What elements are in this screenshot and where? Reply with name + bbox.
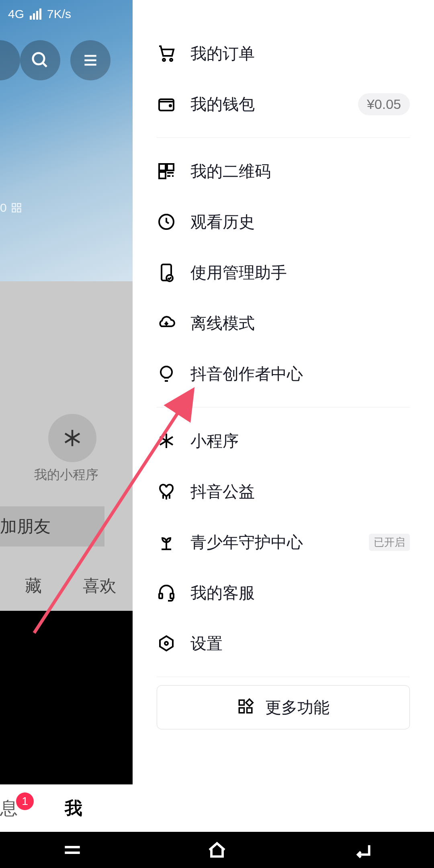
home-button[interactable] (177, 839, 257, 861)
wallet-icon (157, 94, 176, 114)
svg-rect-17 (167, 164, 174, 170)
cloud-download-icon (157, 313, 176, 333)
menu-label: 我的钱包 (190, 93, 358, 115)
more-features-button[interactable]: 更多功能 (157, 685, 410, 729)
svg-rect-33 (170, 594, 174, 598)
side-drawer: 我的订单 我的钱包 ¥0.05 我的二维码 观看历史 使用管理 (133, 0, 434, 832)
menu-usage-assistant[interactable]: 使用管理助手 (157, 247, 410, 298)
svg-rect-37 (247, 708, 252, 713)
qrcode-icon (157, 162, 176, 181)
svg-rect-32 (159, 594, 162, 598)
menu-section-1: 我的订单 我的钱包 ¥0.05 (157, 28, 410, 138)
svg-rect-16 (159, 164, 166, 170)
menu-support[interactable]: 我的客服 (157, 567, 410, 618)
menu-label: 抖音公益 (190, 481, 410, 503)
recent-apps-button[interactable] (32, 839, 113, 861)
heart-rain-icon (157, 482, 176, 501)
system-nav-bar (0, 832, 434, 868)
menu-section-2: 我的二维码 观看历史 使用管理助手 离线模式 抖音创作者中心 (157, 146, 410, 407)
menu-charity[interactable]: 抖音公益 (157, 466, 410, 517)
svg-rect-8 (17, 209, 20, 212)
sprout-icon (157, 532, 176, 552)
svg-rect-7 (12, 209, 15, 212)
status-bar: 4G 7K/s (0, 0, 434, 28)
phone-check-icon (157, 263, 176, 282)
svg-rect-39 (246, 699, 253, 706)
grid-icon (237, 698, 254, 717)
menu-orders[interactable]: 我的订单 (157, 28, 410, 79)
tab-me[interactable]: 我 (40, 796, 106, 820)
menu-label: 小程序 (190, 430, 410, 452)
svg-rect-36 (239, 700, 244, 705)
menu-label: 我的二维码 (190, 160, 410, 182)
spark-icon (157, 431, 176, 450)
bulb-icon (157, 364, 176, 383)
menu-miniprogram[interactable]: 小程序 (157, 416, 410, 466)
profile-tabs: 藏 喜欢 (0, 575, 133, 597)
youth-enabled-tag: 已开启 (369, 534, 410, 551)
mini-program-label: 我的小程序 (34, 466, 98, 484)
svg-point-25 (161, 366, 172, 378)
menu-label: 我的订单 (190, 43, 410, 65)
signal-icon (30, 8, 41, 20)
menu-label: 观看历史 (190, 211, 410, 233)
menu-label: 青少年守护中心 (190, 531, 363, 553)
menu-label: 我的客服 (190, 582, 410, 604)
svg-rect-5 (12, 204, 15, 207)
svg-rect-6 (17, 204, 20, 207)
message-badge: 1 (16, 792, 34, 810)
menu-wallet[interactable]: 我的钱包 ¥0.05 (157, 79, 410, 129)
mini-program-icon[interactable] (48, 414, 96, 462)
menu-youth-protection[interactable]: 青少年守护中心 已开启 (157, 517, 410, 567)
back-button[interactable] (321, 839, 402, 861)
add-friend-button[interactable]: 加朋友 (0, 506, 104, 547)
menu-section-3: 小程序 抖音公益 青少年守护中心 已开启 我的客服 设置 (157, 416, 410, 677)
svg-point-35 (165, 642, 168, 645)
menu-history[interactable]: 观看历史 (157, 197, 410, 247)
gear-icon (157, 634, 176, 653)
wallet-amount: ¥0.05 (358, 93, 410, 115)
menu-label: 离线模式 (190, 312, 410, 334)
svg-point-12 (163, 59, 165, 61)
profile-count: 0 (0, 201, 22, 215)
menu-settings[interactable]: 设置 (157, 618, 410, 669)
profile-underlay: 0 我的小程序 加朋友 藏 喜欢 息 1 我 (0, 0, 133, 868)
bottom-nav-underlay: 息 1 我 (0, 784, 133, 832)
menu-label: 设置 (190, 633, 410, 655)
search-button[interactable] (20, 40, 60, 80)
menu-label: 使用管理助手 (190, 262, 410, 284)
menu-offline[interactable]: 离线模式 (157, 298, 410, 348)
svg-marker-34 (160, 636, 173, 651)
headset-icon (157, 583, 176, 602)
svg-line-1 (43, 63, 47, 67)
svg-point-13 (170, 59, 172, 61)
clock-icon (157, 212, 176, 231)
svg-point-15 (170, 105, 171, 106)
menu-button[interactable] (70, 40, 111, 80)
svg-point-0 (33, 53, 44, 64)
tab-favorites[interactable]: 藏 (0, 575, 66, 597)
menu-qrcode[interactable]: 我的二维码 (157, 146, 410, 197)
profile-content-dark (0, 611, 133, 784)
network-type: 4G (8, 7, 24, 21)
menu-label: 抖音创作者中心 (190, 363, 410, 385)
tab-likes[interactable]: 喜欢 (66, 575, 133, 597)
menu-creator-center[interactable]: 抖音创作者中心 (157, 348, 410, 399)
network-speed: 7K/s (47, 7, 71, 21)
more-label: 更多功能 (265, 696, 330, 719)
svg-rect-38 (239, 708, 244, 713)
tab-messages[interactable]: 息 1 (0, 796, 40, 820)
cart-icon (157, 44, 176, 63)
svg-rect-18 (159, 172, 166, 178)
